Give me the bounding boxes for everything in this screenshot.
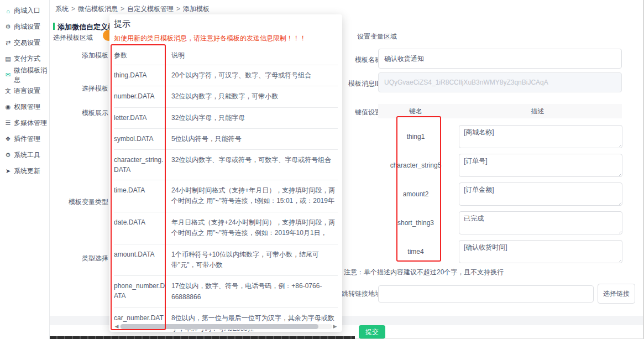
breadcrumb-item-system[interactable]: 系统 — [55, 5, 69, 13]
type-select-label: 类型选择 — [50, 254, 108, 263]
table-row: phone_number.DATA17位以内，数字、符号，电话号码，例：+86-… — [114, 276, 338, 307]
param-header: 参数 — [114, 50, 171, 61]
card-icon: ▤ — [4, 55, 12, 62]
kv-desc-amount2-textarea[interactable]: [订单金额] — [459, 182, 622, 206]
table-row: date.DATA年月日格式（支持+24小时制时间），支持填时间段，两个时间点之… — [114, 212, 338, 244]
wechat-icon: ✉ — [4, 71, 12, 79]
kv-note: 注意：单个描述内容建议不超过20个字，且不支持换行 — [344, 268, 504, 277]
choose-link-button[interactable]: 选择链接 — [598, 284, 635, 304]
kv-key-short-thing3: short_thing3 — [378, 219, 453, 227]
kv-desc-thing1-textarea[interactable]: [商城名称] — [459, 125, 622, 148]
gear-icon: ⚙ — [4, 152, 12, 159]
sidebar-item-label: 微信模板消息 — [14, 66, 49, 85]
scroll-right-icon[interactable]: ▶ — [332, 323, 338, 330]
desc-cell: 年月日格式（支持+24小时制时间），支持填时间段，两个时间点之 用"~"符号连接… — [171, 217, 337, 239]
param-cell: date.DATA — [114, 217, 171, 239]
submit-button[interactable]: 提交 — [359, 325, 385, 339]
breadcrumb-item-custom-template-mgmt[interactable]: 自定义模板管理 — [127, 5, 174, 13]
breadcrumb-separator: > — [121, 5, 124, 13]
desc-cell: 32位以内字母，只能字母 — [171, 113, 337, 123]
sidebar-item-trade-settings[interactable]: ⇄交易设置 — [0, 35, 49, 51]
sidebar-item-wechat-template-message[interactable]: ✉微信模板消息 — [0, 67, 49, 83]
mall-entrance-icon: ⌂ — [4, 8, 12, 14]
variable-area-title: 设置变量区域 — [357, 32, 397, 41]
clipped-content-strip — [50, 336, 355, 339]
kv-desc-time4-textarea[interactable]: [确认收货时间] — [459, 240, 622, 263]
modal-title: 提示 — [114, 19, 342, 29]
sidebar-item-mall-settings[interactable]: ⚙商城设置 — [0, 19, 49, 35]
list-icon: ☰ — [4, 119, 12, 127]
sidebar-item-system-tools[interactable]: ⚙系统工具 — [0, 147, 49, 163]
table-row: thing.DATA20个以内字符，可汉字、数字、字母或符号组合 — [114, 65, 338, 86]
sidebar-item-label: 语言设置 — [14, 86, 40, 96]
scrollbar-track[interactable] — [119, 324, 332, 329]
sidebar-item-label: 系统更新 — [14, 166, 40, 176]
tip-modal: 提示 如使用新的类目模板消息，请注意好各模板的发送信息限制！！！ 参数 说明 t… — [109, 14, 342, 332]
template-var-type-label: 模板变量类型 — [50, 197, 108, 207]
param-cell: letter.DATA — [114, 113, 171, 123]
param-table: 参数 说明 thing.DATA20个以内字符，可汉字、数字、字母或符号组合 n… — [114, 46, 338, 332]
kv-table-header: 键名 描述 — [378, 104, 622, 118]
sidebar-item-payment-method[interactable]: ▤支付方式 — [0, 51, 49, 67]
desc-header: 说明 — [171, 50, 337, 61]
desc-cell: 20个以内字符，可汉字、数字、字母或符号组合 — [171, 70, 337, 81]
kv-key-thing1: thing1 — [378, 133, 453, 140]
kv-key-amount2: amount2 — [378, 190, 453, 198]
choose-template-label: 选择模板 — [50, 84, 108, 93]
table-row: letter.DATA32位以内字母，只能字母 — [114, 108, 338, 129]
param-cell: amount.DATA — [114, 249, 171, 270]
desc-cell: 32位以内数字、字母或符号，可数字、字母或符号组合 — [171, 155, 337, 175]
desc-cell: 32位以内数字，只能数字，可带小数 — [171, 91, 337, 102]
kv-header-key: 键名 — [378, 107, 453, 116]
kv-desc-character-string5-textarea[interactable]: [订单号] — [459, 154, 622, 177]
modal-warning-text: 如使用新的类目模板消息，请注意好各模板的发送信息限制！！！ — [114, 34, 342, 43]
param-cell: thing.DATA — [114, 70, 171, 81]
sidebar-item-label: 多媒体管理 — [14, 118, 47, 128]
sidebar-item-plugin-management[interactable]: ❖插件管理 — [0, 131, 49, 147]
plugin-icon: ❖ — [4, 135, 12, 143]
sidebar-item-language-settings[interactable]: 文语言设置 — [0, 83, 49, 99]
param-table-header: 参数 说明 — [114, 46, 338, 65]
template-name-input[interactable] — [378, 49, 622, 69]
sidebar-item-label: 插件管理 — [14, 134, 40, 144]
sidebar-item-label: 系统工具 — [14, 150, 40, 160]
sidebar-item-system-update[interactable]: ➤系统更新 — [0, 163, 49, 179]
kv-desc-short-thing3-textarea[interactable]: 已完成 — [459, 211, 622, 234]
template-id-input — [378, 72, 622, 92]
param-cell: character_string.DATA — [114, 155, 171, 175]
breadcrumb: 系统>微信模板消息>自定义模板管理>添加模板 — [55, 4, 210, 14]
section-accent-bar — [53, 23, 55, 30]
horizontal-scrollbar[interactable]: ◀ ▶ — [114, 323, 338, 330]
param-cell: phone_number.DATA — [114, 281, 171, 302]
desc-cell: 1个币种符号+10位以内纯数字，可带小数，结尾可带"元"，可带小数 — [171, 249, 337, 270]
breadcrumb-separator: > — [71, 5, 75, 13]
sidebar-item-permission-management[interactable]: ◉权限管理 — [0, 99, 49, 115]
kv-key-time4: time4 — [378, 248, 453, 255]
param-cell: time.DATA — [114, 185, 171, 207]
sidebar-item-label: 权限管理 — [14, 102, 40, 112]
permission-icon: ◉ — [4, 103, 12, 111]
table-row: number.DATA32位以内数字，只能数字，可带小数 — [114, 86, 338, 107]
sidebar: ⌂商城入口 ⚙商城设置 ⇄交易设置 ▤支付方式 ✉微信模板消息 文语言设置 ◉权… — [0, 0, 50, 339]
sidebar-item-label: 商城设置 — [14, 22, 40, 32]
sidebar-item-mall-entrance[interactable]: ⌂商城入口 — [0, 3, 49, 19]
breadcrumb-item-add-template[interactable]: 添加模板 — [183, 5, 210, 13]
exchange-arrows-icon: ⇄ — [4, 39, 12, 46]
sidebar-item-label: 支付方式 — [14, 54, 40, 64]
table-row: symbol.DATA5位以内符号，只能符号 — [114, 129, 338, 150]
breadcrumb-separator: > — [176, 5, 180, 13]
breadcrumb-item-wechat-template[interactable]: 微信模板消息 — [78, 5, 118, 13]
sidebar-item-label: 商城入口 — [14, 6, 40, 15]
template-preview-label: 模板展示 — [50, 108, 108, 118]
table-row: character_string.DATA32位以内数字、字母或符号，可数字、字… — [114, 150, 338, 180]
desc-cell: 24小时制时间格式（支持+年月日），支持填时间段，两个时间点之 用"~"符号连接… — [171, 185, 337, 207]
param-cell: symbol.DATA — [114, 134, 171, 144]
scroll-left-icon[interactable]: ◀ — [114, 323, 119, 330]
gear-icon: ⚙ — [4, 23, 12, 30]
table-row: time.DATA24小时制时间格式（支持+年月日），支持填时间段，两个时间点之… — [114, 180, 338, 212]
kv-key-character-string5: character_string5 — [378, 161, 453, 169]
sidebar-item-media-management[interactable]: ☰多媒体管理 — [0, 115, 49, 131]
scrollbar-thumb[interactable] — [121, 324, 318, 329]
kv-header-desc: 描述 — [453, 107, 622, 116]
jump-link-input[interactable] — [378, 285, 594, 303]
